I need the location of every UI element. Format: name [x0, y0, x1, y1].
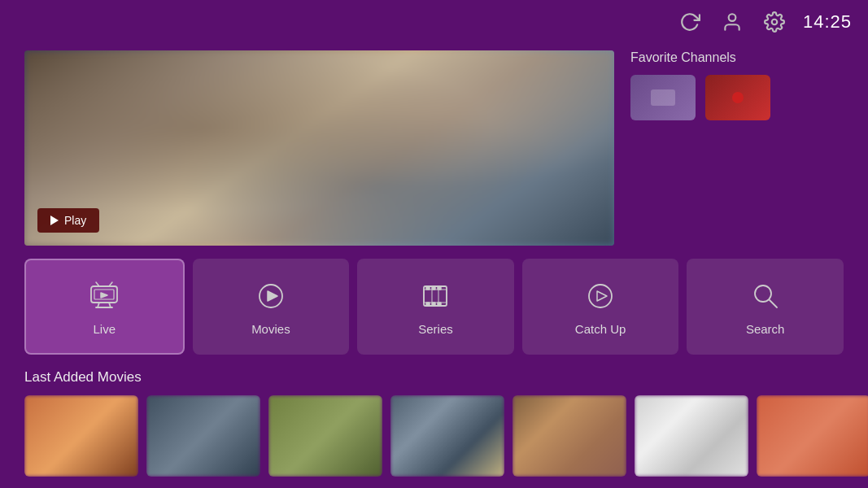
nav-label-movies: Movies	[251, 322, 290, 336]
movies-icon	[253, 278, 289, 314]
favorite-channels-title: Favorite Channels	[630, 50, 860, 65]
last-added-title: Last Added Movies	[24, 369, 868, 386]
series-icon	[417, 278, 453, 314]
favorite-channels-row	[630, 75, 860, 120]
svg-marker-11	[268, 291, 277, 301]
nav-label-catchup: Catch Up	[575, 322, 626, 336]
top-bar: 14:25	[660, 0, 868, 44]
svg-rect-17	[426, 303, 430, 305]
nav-item-search[interactable]: Search	[687, 259, 844, 355]
svg-rect-18	[432, 303, 435, 305]
favorite-channels-section: Favorite Channels	[630, 50, 860, 120]
svg-rect-13	[424, 290, 447, 303]
movie-item-1[interactable]	[24, 395, 138, 477]
channel-dot	[732, 92, 744, 103]
movie-thumbnail-2	[146, 395, 260, 477]
movie-item-2[interactable]	[146, 395, 260, 477]
nav-item-movies[interactable]: Movies	[193, 259, 350, 355]
svg-rect-19	[438, 303, 441, 305]
movie-item-4[interactable]	[390, 395, 504, 477]
movie-item-3[interactable]	[268, 395, 382, 477]
clock-display: 14:25	[803, 11, 852, 33]
live-icon	[86, 278, 122, 314]
movie-thumbnail-4	[390, 395, 504, 477]
settings-icon[interactable]	[761, 8, 788, 36]
svg-point-1	[772, 20, 778, 25]
catchup-icon	[582, 278, 618, 314]
svg-rect-15	[432, 287, 435, 290]
svg-marker-7	[101, 293, 107, 298]
movie-thumbnail-1	[24, 395, 138, 477]
movie-thumbnail-3	[268, 395, 382, 477]
play-button[interactable]: Play	[37, 208, 99, 233]
nav-item-series[interactable]: Series	[357, 259, 514, 355]
nav-label-search: Search	[746, 322, 785, 336]
video-thumbnail	[24, 50, 614, 246]
navigation-row: Live Movies	[24, 259, 844, 355]
play-label: Play	[64, 214, 86, 227]
svg-rect-16	[438, 287, 441, 290]
movies-row	[24, 395, 868, 477]
svg-rect-14	[426, 287, 430, 290]
last-added-section: Last Added Movies	[24, 369, 868, 477]
svg-marker-23	[597, 291, 607, 301]
nav-label-live: Live	[94, 322, 116, 336]
movie-item-6[interactable]	[635, 395, 748, 477]
channel-item-2[interactable]	[705, 75, 770, 120]
nav-item-catchup[interactable]: Catch Up	[522, 259, 679, 355]
nav-item-live[interactable]: Live	[24, 259, 185, 355]
search-icon	[748, 278, 783, 314]
channel-item-1[interactable]	[630, 75, 696, 120]
movie-thumbnail-7	[757, 395, 868, 477]
movie-thumbnail-5	[513, 395, 626, 477]
svg-point-22	[589, 285, 612, 307]
svg-point-0	[729, 14, 736, 21]
refresh-icon[interactable]	[676, 8, 704, 36]
nav-label-series: Series	[418, 322, 453, 336]
movie-item-5[interactable]	[513, 395, 626, 477]
play-icon	[50, 216, 59, 225]
svg-point-24	[755, 285, 771, 302]
svg-line-25	[770, 300, 777, 307]
movie-item-7[interactable]	[757, 395, 868, 477]
profile-icon[interactable]	[718, 8, 746, 36]
video-preview: Play	[24, 50, 614, 246]
movie-thumbnail-6	[635, 395, 748, 477]
